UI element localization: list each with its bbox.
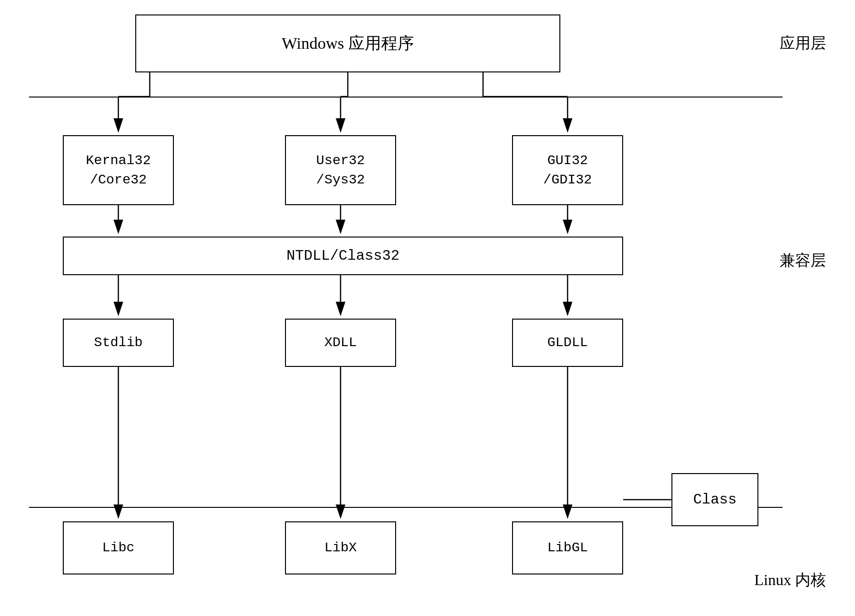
- label-application-layer: 应用层: [780, 33, 826, 54]
- label-linux-kernel: Linux 内核: [755, 570, 826, 591]
- box-libgl: LibGL: [512, 521, 623, 574]
- box-stdlib: Stdlib: [63, 319, 174, 367]
- hline-top: [29, 97, 783, 98]
- box-windows-app: Windows 应用程序: [135, 14, 560, 72]
- box-gui32: GUI32 /GDI32: [512, 135, 623, 205]
- label-compatibility-layer: 兼容层: [780, 250, 826, 271]
- box-libx: LibX: [285, 521, 396, 574]
- diagram: 应用层 兼容层 Linux 内核 Windows 应用程序 Kernal32 /…: [0, 0, 855, 616]
- box-xdll: XDLL: [285, 319, 396, 367]
- box-libc: Libc: [63, 521, 174, 574]
- box-kernal32: Kernal32 /Core32: [63, 135, 174, 205]
- hline-bottom: [29, 507, 783, 508]
- box-ntdll: NTDLL/Class32: [63, 237, 623, 275]
- box-user32: User32 /Sys32: [285, 135, 396, 205]
- box-class: Class: [671, 473, 758, 526]
- box-gldll: GLDLL: [512, 319, 623, 367]
